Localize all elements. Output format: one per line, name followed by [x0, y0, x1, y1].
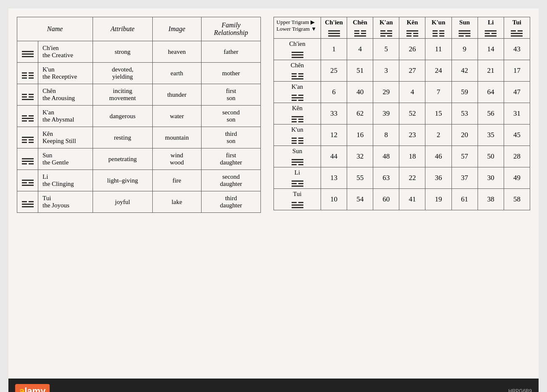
- col-header-name: Name: [17, 17, 93, 41]
- trigram-image-cell: lake: [152, 191, 202, 213]
- watermark: HRPG6B9: [508, 388, 532, 392]
- hexagram-number: 32: [347, 146, 373, 167]
- page-container: Name Attribute Image FamilyRelationship …: [8, 8, 539, 379]
- trigram-name-cell: Sunthe Gentle: [38, 148, 93, 170]
- trigram-attribute-cell: light–giving: [93, 170, 153, 191]
- row-name: Li: [295, 169, 300, 176]
- hexagram-number: 28: [504, 146, 530, 167]
- right-row-header: Sun: [274, 146, 321, 167]
- hexagram-number: 49: [504, 167, 530, 189]
- hexagram-number: 48: [373, 146, 399, 167]
- hexagram-number: 51: [347, 60, 373, 82]
- hexagram-number: 17: [504, 60, 530, 82]
- hexagram-number: 14: [478, 39, 504, 60]
- trigram-relationship-cell: seconddaughter: [202, 170, 261, 191]
- trigram-image-cell: windwood: [152, 148, 202, 170]
- col-header-relationship: FamilyRelationship: [202, 17, 261, 41]
- hexagram-number: 39: [373, 103, 399, 124]
- trigram-image-cell: earth: [152, 63, 202, 84]
- hexagram-number: 43: [504, 39, 530, 60]
- trigram-relationship-cell: firstdaughter: [202, 148, 261, 170]
- trigram-image-cell: thunder: [152, 84, 202, 106]
- hexagram-number: 26: [399, 39, 425, 60]
- hexagram-number: 55: [347, 167, 373, 189]
- hexagram-number: 42: [451, 60, 478, 82]
- row-name: Kên: [292, 105, 303, 111]
- trigram-symbol-cell: [17, 106, 38, 127]
- hexagram-number: 46: [425, 146, 451, 167]
- hexagram-number: 11: [425, 39, 451, 60]
- hexagram-number: 24: [425, 60, 451, 82]
- hexagram-number: 20: [451, 124, 478, 146]
- name-line1: Ch'ien: [42, 45, 59, 51]
- name-line1: Li: [42, 173, 48, 180]
- name-line2: the Gentle: [42, 159, 69, 166]
- table-row: Tui 1054604119613858: [274, 189, 530, 210]
- table-row: K'an 6402947596447: [274, 82, 530, 103]
- col-name: Tui: [512, 19, 521, 26]
- col-name: Chên: [353, 19, 367, 26]
- trigram-relationship-cell: firstson: [202, 84, 261, 106]
- trigram-name-cell: Chênthe Arousing: [38, 84, 93, 106]
- right-col-header: K'un: [425, 17, 451, 39]
- name-line2: the Receptive: [42, 73, 77, 80]
- hexagram-number: 27: [399, 60, 425, 82]
- corner-label: Upper Trigram ▶ Lower Trigram ▼: [274, 17, 321, 39]
- table-row: K'unthe Receptivedevoted,yieldingearthmo…: [17, 63, 261, 84]
- right-section: Upper Trigram ▶ Lower Trigram ▼ Ch'ien C…: [274, 17, 530, 210]
- hexagram-number: 13: [321, 167, 347, 189]
- hexagram-number: 50: [478, 146, 504, 167]
- name-line1: Tui: [42, 195, 51, 201]
- table-row: Chênthe Arousingincitingmovementthunderf…: [17, 84, 261, 106]
- hexagram-number: 45: [504, 124, 530, 146]
- hexagram-number: 57: [451, 146, 478, 167]
- trigram-attribute-cell: strong: [93, 41, 153, 63]
- hexagram-number: 61: [451, 189, 478, 210]
- table-row: Tuithe Joyousjoyfullakethirddaughter: [17, 191, 261, 213]
- hexagram-number: 41: [399, 189, 425, 210]
- right-row-header: Kên: [274, 103, 321, 124]
- hexagrams-right-table: Upper Trigram ▶ Lower Trigram ▼ Ch'ien C…: [274, 17, 530, 210]
- row-name: Chên: [291, 62, 304, 69]
- hexagram-number: 12: [321, 124, 347, 146]
- name-line2: Keeping Still: [42, 138, 76, 144]
- table-row: Li 1355632236373049: [274, 167, 530, 189]
- hexagram-number: 38: [478, 189, 504, 210]
- trigram-image-cell: mountain: [152, 127, 202, 148]
- hexagram-number: 10: [321, 189, 347, 210]
- hexagram-number: 4: [347, 39, 373, 60]
- hexagram-number: 9: [451, 39, 478, 60]
- hexagram-number: 53: [451, 103, 478, 124]
- table-row: KênKeeping Stillrestingmountainthirdson: [17, 127, 261, 148]
- trigram-symbol-cell: [17, 170, 38, 191]
- hexagram-number: 33: [321, 103, 347, 124]
- table-row: Sunthe Gentlepenetratingwindwoodfirstdau…: [17, 148, 261, 170]
- hexagram-number: 23: [399, 124, 425, 146]
- hexagram-number: 16: [347, 124, 373, 146]
- trigram-relationship-cell: secondson: [202, 106, 261, 127]
- right-row-header: K'un: [274, 124, 321, 146]
- col-name: Kên: [407, 19, 418, 26]
- hexagram-number: 22: [399, 167, 425, 189]
- trigram-symbol-cell: [17, 191, 38, 213]
- table-row: Ch'ienthe Creativestrongheavenfather: [17, 41, 261, 63]
- hexagram-number: 2: [425, 124, 451, 146]
- right-row-header: Ch'ien: [274, 39, 321, 60]
- hexagram-number: 62: [347, 103, 373, 124]
- hexagram-number: 47: [504, 82, 530, 103]
- col-name: Ch'ien: [325, 19, 343, 26]
- row-name: Ch'ien: [289, 40, 305, 47]
- hexagram-number: 54: [347, 189, 373, 210]
- right-col-header: Li: [478, 17, 504, 39]
- table-row: K'anthe Abysmaldangerouswatersecondson: [17, 106, 261, 127]
- alamy-logo: alamy: [15, 384, 50, 392]
- trigram-image-cell: fire: [152, 170, 202, 191]
- right-col-header: Tui: [504, 17, 530, 39]
- trigram-attribute-cell: devoted,yielding: [93, 63, 153, 84]
- trigram-attribute-cell: incitingmovement: [93, 84, 153, 106]
- hexagram-number: 36: [425, 167, 451, 189]
- row-name: Tui: [293, 191, 301, 197]
- trigram-symbol-cell: [17, 63, 38, 84]
- name-line1: Sun: [42, 152, 52, 159]
- trigram-attribute-cell: resting: [93, 127, 153, 148]
